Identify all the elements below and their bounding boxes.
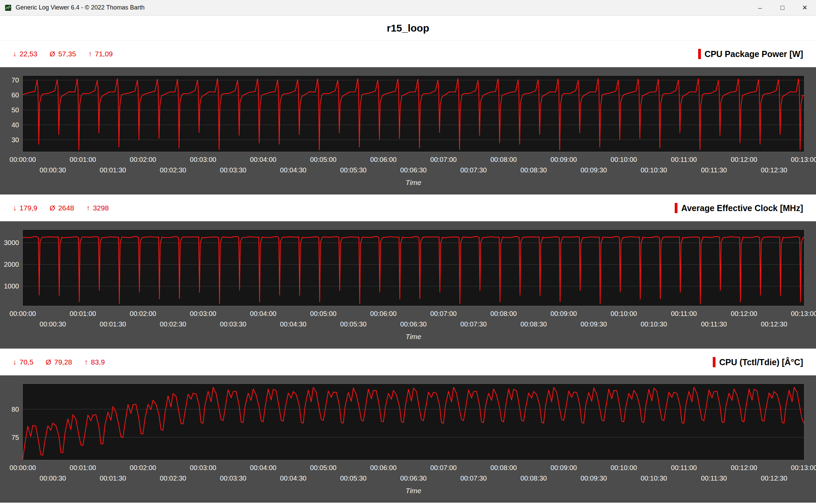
waveform-svg [23, 230, 804, 306]
x-axis-tick-label: 00:05:30 [340, 474, 367, 482]
window-titlebar[interactable]: Generic Log Viewer 6.4 - © 2022 Thomas B… [0, 0, 816, 16]
x-axis-tick-label: 00:08:00 [490, 464, 517, 472]
y-axis-tick-label: 80 [0, 405, 19, 413]
x-axis-tick-label: 00:07:00 [430, 156, 457, 164]
stat-avg-value: 2648 [58, 204, 74, 212]
stat-max-value: 71,09 [95, 50, 113, 58]
x-axis-tick-label: 00:11:30 [701, 474, 727, 482]
maximize-icon[interactable]: □ [771, 0, 794, 15]
x-axis-tick-label: 00:11:30 [701, 320, 727, 328]
x-axis-tick-label: 00:06:00 [370, 464, 397, 472]
chart-cpu-temperature: 807500:00:0000:01:0000:02:0000:03:0000:0… [0, 375, 816, 503]
x-axis-tick-label: 00:11:00 [671, 310, 697, 318]
stats-temperature: ↓70,5 Ø79,28 ↑83,9 [13, 358, 105, 366]
legend-label: Average Effective Clock [MHz] [681, 203, 803, 213]
legend-color-bar [675, 203, 677, 213]
x-axis-tick-label: 00:12:30 [761, 166, 787, 174]
legend-cpu-temperature: CPU (Tctl/Tdie) [Â°C] [713, 357, 803, 367]
x-axis-tick-label: 00:08:00 [490, 156, 517, 164]
x-axis-tick-label: 00:08:30 [521, 320, 547, 328]
app-icon [5, 4, 12, 11]
close-icon[interactable]: ✕ [794, 0, 816, 15]
plot-area[interactable] [22, 229, 804, 306]
x-axis-tick-label: 00:03:30 [220, 320, 247, 328]
legend-average-effective-clock: Average Effective Clock [MHz] [675, 203, 803, 213]
x-axis-tick-label: 00:00:00 [10, 464, 36, 472]
avg-symbol-icon: Ø [50, 204, 55, 212]
x-axis-tick-label: 00:08:00 [490, 310, 517, 318]
stats-row-temperature: ↓70,5 Ø79,28 ↑83,9 CPU (Tctl/Tdie) [Â°C] [0, 349, 816, 375]
x-axis-tick-label: 00:13:00 [791, 156, 816, 164]
stat-max: ↑71,09 [88, 50, 113, 58]
x-axis-tick-label: 00:10:00 [611, 310, 637, 318]
panel-cpu-package-power: ↓22,53 Ø57,35 ↑71,09 CPU Package Power [… [0, 41, 816, 194]
x-axis-tick-label: 00:04:30 [280, 474, 307, 482]
min-arrow-icon: ↓ [13, 50, 17, 58]
plot-area[interactable] [22, 75, 804, 152]
x-axis-tick-label: 00:01:00 [70, 464, 96, 472]
plot-area[interactable] [22, 384, 804, 460]
x-axis-tick-label: 00:01:30 [100, 166, 126, 174]
log-header: r15_loop [0, 16, 816, 41]
legend-color-bar [698, 49, 701, 59]
chart-cpu-package-power: 706050403000:00:0000:01:0000:02:0000:03:… [0, 67, 816, 194]
x-axis-tick-label: 00:13:00 [791, 310, 816, 318]
minimize-icon[interactable]: – [749, 0, 771, 15]
x-axis-title: Time [405, 333, 421, 341]
x-axis-tick-label: 00:04:30 [280, 320, 307, 328]
y-axis-tick-label: 60 [0, 91, 19, 99]
legend-label: CPU (Tctl/Tdie) [Â°C] [719, 357, 803, 367]
x-axis-tick-label: 00:10:30 [641, 474, 667, 482]
x-axis-tick-label: 00:02:30 [160, 166, 186, 174]
y-axis-tick-label: 75 [0, 433, 19, 442]
stat-min-value: 22,53 [20, 50, 38, 58]
x-axis-tick-label: 00:02:00 [130, 464, 156, 472]
min-arrow-icon: ↓ [13, 204, 17, 212]
x-axis-tick-label: 00:02:30 [160, 474, 186, 482]
x-axis-tick-label: 00:10:00 [611, 156, 637, 164]
x-axis-tick-label: 00:01:30 [100, 474, 126, 482]
max-arrow-icon: ↑ [84, 358, 88, 366]
x-axis-tick-label: 00:06:00 [370, 310, 397, 318]
x-axis-tick-label: 00:03:30 [220, 474, 247, 482]
stat-max-value: 83,9 [91, 358, 105, 366]
x-axis-tick-label: 00:09:00 [550, 310, 577, 318]
x-axis-tick-label: 00:09:30 [581, 474, 607, 482]
stat-avg-value: 57,35 [58, 50, 76, 58]
x-axis-tick-label: 00:01:00 [70, 310, 96, 318]
waveform-svg [23, 76, 804, 152]
x-axis-tick-label: 00:09:00 [550, 156, 577, 164]
stats-clock: ↓179,9 Ø2648 ↑3298 [13, 204, 109, 212]
x-axis-tick-label: 00:12:00 [731, 310, 757, 318]
panel-cpu-temperature: ↓70,5 Ø79,28 ↑83,9 CPU (Tctl/Tdie) [Â°C]… [0, 349, 816, 503]
x-axis-tick-label: 00:12:00 [731, 156, 757, 164]
x-axis-tick-label: 00:03:00 [190, 310, 216, 318]
x-axis-tick-label: 00:12:30 [761, 320, 787, 328]
x-axis-tick-label: 00:07:00 [430, 464, 457, 472]
y-axis-tick-label: 40 [0, 121, 19, 129]
x-axis-tick-label: 00:02:30 [160, 320, 186, 328]
x-axis-tick-label: 00:02:00 [130, 310, 156, 318]
chart-average-effective-clock: 30002000100000:00:0000:01:0000:02:0000:0… [0, 221, 816, 349]
x-axis-tick-label: 00:11:00 [671, 156, 697, 164]
x-axis-tick-label: 00:11:00 [671, 464, 697, 472]
x-axis-tick-label: 00:05:00 [310, 310, 337, 318]
stat-avg: Ø2648 [50, 204, 74, 212]
page-title: r15_loop [387, 22, 429, 34]
max-arrow-icon: ↑ [86, 204, 90, 212]
x-axis-tick-label: 00:01:30 [100, 320, 126, 328]
x-axis-tick-label: 00:12:30 [761, 474, 787, 482]
stats-row-clock: ↓179,9 Ø2648 ↑3298 Average Effective Clo… [0, 195, 816, 221]
stat-avg-value: 79,28 [54, 358, 72, 366]
x-axis-tick-label: 00:01:00 [70, 156, 96, 164]
x-axis-tick-label: 00:00:30 [40, 166, 66, 174]
x-axis-tick-label: 00:07:00 [430, 310, 457, 318]
x-axis-tick-label: 00:03:00 [190, 464, 216, 472]
legend-label: CPU Package Power [W] [705, 49, 803, 59]
x-axis-tick-label: 00:11:30 [701, 166, 727, 174]
stat-min-value: 70,5 [20, 358, 34, 366]
y-axis-tick-label: 3000 [0, 239, 19, 247]
x-axis-tick-label: 00:10:00 [611, 464, 637, 472]
stat-min: ↓179,9 [13, 204, 37, 212]
stat-min: ↓70,5 [13, 358, 33, 366]
